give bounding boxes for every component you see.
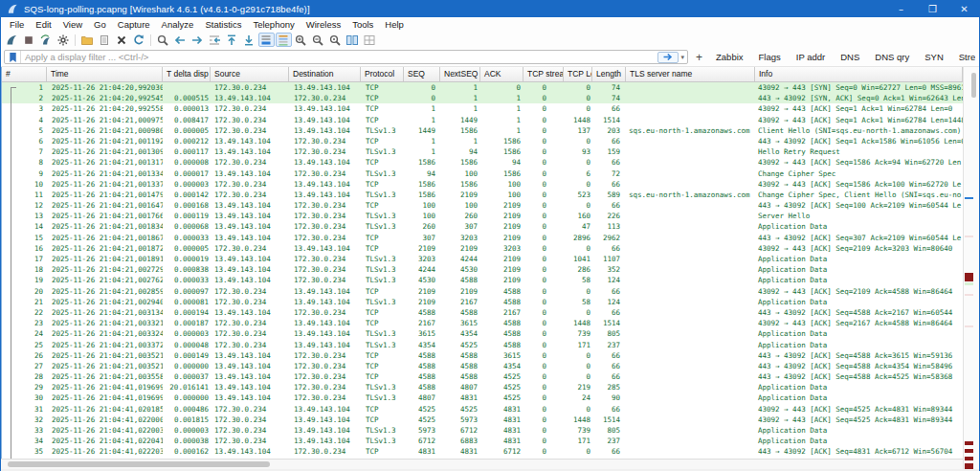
vertical-scrollbar-thumb[interactable] [971, 73, 976, 98]
column-header-destination[interactable]: Destination [289, 67, 361, 81]
filter-button-stream[interactable]: Stream [951, 52, 975, 62]
menu-statistics[interactable]: Statistics [199, 17, 247, 32]
packet-row[interactable]: 22025-11-26 21:04:20,9925450.00051513.49… [2, 93, 963, 103]
packet-row[interactable]: 252025-11-26 21:04:21,0033720.000048172.… [2, 340, 963, 350]
menu-file[interactable]: File [4, 17, 30, 32]
capture-stop-icon[interactable] [21, 33, 37, 47]
menu-edit[interactable]: Edit [30, 17, 56, 32]
packet-row[interactable]: 332025-11-26 21:04:41,0220030.000003172.… [2, 425, 963, 436]
menu-telephony[interactable]: Telephony [247, 17, 300, 32]
filter-button-syn[interactable]: SYN [917, 52, 951, 62]
column-header-tls-server-name[interactable]: TLS server name [626, 67, 755, 81]
display-filter-input[interactable]: Apply a display filter ... <Ctrl-/> ▾ [4, 50, 688, 64]
go-last-icon[interactable] [241, 33, 257, 47]
menu-capture[interactable]: Capture [112, 17, 156, 32]
save-file-icon[interactable] [97, 33, 113, 47]
column-header-seq[interactable]: SEQ [404, 67, 440, 81]
column-header-ack[interactable]: ACK [480, 67, 523, 81]
add-filter-button[interactable]: + [688, 51, 708, 64]
go-back-icon[interactable] [172, 33, 189, 47]
close-button[interactable]: ✕ [948, 0, 980, 17]
vertical-scrollbar-minimap[interactable] [963, 67, 979, 469]
open-file-icon[interactable] [79, 33, 96, 47]
packet-row[interactable]: 262025-11-26 21:04:21,0035210.00014913.4… [2, 350, 963, 361]
packet-row[interactable]: 322025-11-26 21:04:41,0220000.001815172.… [2, 415, 963, 425]
menu-analyze[interactable]: Analyze [156, 17, 200, 32]
close-file-icon[interactable] [114, 33, 130, 47]
packet-row[interactable]: 32025-11-26 21:04:20,9925580.000013172.3… [2, 103, 963, 114]
packet-row[interactable]: 342025-11-26 21:04:41,0220410.000038172.… [2, 436, 963, 446]
packet-row[interactable]: 282025-11-26 21:04:21,0035580.00003713.4… [2, 371, 963, 382]
column-header-t-delta-disp[interactable]: T delta disp [163, 67, 211, 81]
auto-scroll-icon[interactable] [258, 33, 275, 47]
capture-options-icon[interactable] [56, 33, 72, 47]
menu-help[interactable]: Help [379, 17, 410, 32]
horizontal-scrollbar[interactable] [1, 459, 963, 469]
minimize-button[interactable]: – [885, 0, 917, 17]
go-forward-icon[interactable] [189, 33, 206, 47]
zoom-original-icon[interactable] [327, 33, 344, 47]
filter-button-flags[interactable]: Flags [751, 52, 789, 62]
column-header-tcp-strean[interactable]: TCP strean [523, 67, 564, 81]
packet-row[interactable]: 62025-11-26 21:04:21,0011920.00021213.49… [2, 136, 963, 146]
packet-row[interactable]: 132025-11-26 21:04:21,0017660.00011913.4… [2, 211, 963, 221]
menu-view[interactable]: View [57, 17, 88, 32]
packet-row[interactable]: 122025-11-26 21:04:21,0016470.00016813.4… [2, 200, 963, 211]
packet-row[interactable]: 42025-11-26 21:04:21,0009750.008417172.3… [2, 115, 963, 125]
packet-row[interactable]: 102025-11-26 21:04:21,0013370.000003172.… [2, 179, 963, 190]
filter-bookmark-icon[interactable] [5, 51, 21, 63]
go-to-packet-icon[interactable] [207, 33, 223, 47]
menu-tools[interactable]: Tools [346, 17, 379, 32]
capture-restart-icon[interactable] [38, 33, 55, 47]
packet-row[interactable]: 202025-11-26 21:04:21,0028590.000097172.… [2, 286, 963, 297]
packet-row[interactable]: 92025-11-26 21:04:21,0013340.00001713.49… [2, 168, 963, 179]
packet-row[interactable]: 242025-11-26 21:04:21,0033240.000003172.… [2, 328, 963, 339]
packet-row[interactable]: 72025-11-26 21:04:21,0013090.00011713.49… [2, 146, 963, 157]
column-header-time[interactable]: Time [47, 67, 163, 81]
packet-row[interactable]: 182025-11-26 21:04:21,0027290.00083813.4… [2, 264, 963, 275]
menu-wireless[interactable]: Wireless [301, 17, 346, 32]
packet-row[interactable]: 232025-11-26 21:04:21,0033210.000187172.… [2, 318, 963, 328]
maximize-button[interactable]: ❐ [917, 0, 948, 17]
packet-row[interactable]: 152025-11-26 21:04:21,0018670.00003313.4… [2, 233, 963, 243]
filter-button-zabbix[interactable]: Zabbix [708, 52, 751, 62]
packet-row[interactable]: 212025-11-26 21:04:21,0029400.000081172.… [2, 297, 963, 307]
capture-start-icon[interactable] [4, 33, 20, 47]
menu-go[interactable]: Go [88, 17, 112, 32]
packet-row[interactable]: 52025-11-26 21:04:21,0009800.000005172.3… [2, 125, 963, 136]
packet-row[interactable]: 302025-11-26 21:04:41,0196990.00000013.4… [2, 392, 963, 403]
column-header--[interactable]: # [2, 67, 47, 81]
packet-row[interactable]: 12025-11-26 21:04:20,992030172.30.0.2341… [2, 82, 963, 93]
filter-dropdown-caret-icon[interactable]: ▾ [680, 54, 684, 61]
column-header-length[interactable]: Length [592, 67, 626, 81]
column-header-nextseq[interactable]: NextSEQ [440, 67, 480, 81]
packet-row[interactable]: 162025-11-26 21:04:21,0018720.000005172.… [2, 243, 963, 254]
column-header-tcp-le[interactable]: TCP Le [564, 67, 592, 81]
packet-row[interactable]: 222025-11-26 21:04:21,0031340.00019413.4… [2, 307, 963, 318]
filter-apply-button[interactable] [657, 52, 679, 63]
packet-row[interactable]: 352025-11-26 21:04:41,0222030.00016213.4… [2, 446, 963, 457]
resize-columns-icon[interactable] [345, 33, 361, 47]
zoom-in-icon[interactable] [293, 33, 309, 47]
layout-grid-icon[interactable] [362, 33, 378, 47]
packet-row[interactable]: 192025-11-26 21:04:21,0027620.00003313.4… [2, 275, 963, 285]
filter-button-dns-qry[interactable]: DNS qry [867, 52, 917, 62]
filter-button-dns[interactable]: DNS [833, 52, 867, 62]
packet-row[interactable]: 112025-11-26 21:04:21,0014790.000142172.… [2, 190, 963, 200]
zoom-out-icon[interactable] [310, 33, 326, 47]
colorize-icon[interactable] [276, 33, 292, 47]
column-header-source[interactable]: Source [211, 67, 289, 81]
horizontal-scrollbar-thumb[interactable] [8, 461, 270, 467]
column-header-protocol[interactable]: Protocol [361, 67, 404, 81]
packet-row[interactable]: 312025-11-26 21:04:41,0201850.000486172.… [2, 404, 963, 415]
go-first-icon[interactable] [224, 33, 240, 47]
packet-row[interactable]: 142025-11-26 21:04:21,0018340.00006813.4… [2, 221, 963, 232]
packet-row[interactable]: 82025-11-26 21:04:21,0013170.000008172.3… [2, 157, 963, 168]
packet-row[interactable]: 292025-11-26 21:04:41,01969920.01614113.… [2, 382, 963, 392]
filter-button-ip-addr[interactable]: IP addr [789, 52, 833, 62]
packet-row[interactable]: 172025-11-26 21:04:21,0018910.00001913.4… [2, 254, 963, 264]
reload-icon[interactable] [131, 33, 147, 47]
find-packet-icon[interactable] [155, 33, 171, 47]
column-header-info[interactable]: Info [755, 67, 963, 81]
packet-row[interactable]: 272025-11-26 21:04:21,0035210.00000013.4… [2, 361, 963, 371]
